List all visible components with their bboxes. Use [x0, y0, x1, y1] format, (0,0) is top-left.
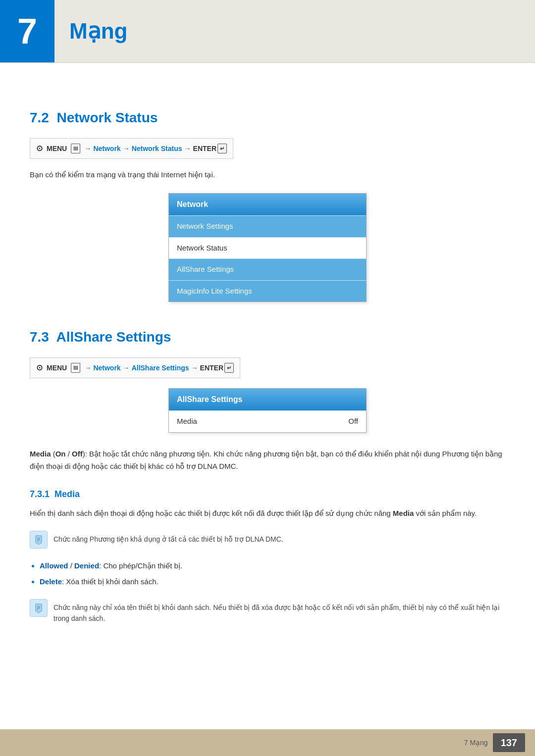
note-icon-1: [30, 531, 48, 549]
section-7-2-heading: 7.2 Network Status: [30, 107, 505, 128]
section-7-2: 7.2 Network Status ⊙ MENU III → Network …: [30, 107, 505, 302]
magicinfo-settings-item: MagicInfo Lite Settings: [169, 280, 366, 302]
section-7-3: 7.3 AllShare Settings ⊙ MENU III → Netwo…: [30, 327, 505, 628]
network-ui-box: Network Network Settings Network Status …: [168, 193, 367, 302]
bullet-delete: Delete: Xóa thiết bị khỏi danh sách.: [40, 576, 505, 588]
note-2: Chức năng này chỉ xóa tên thiết bị khỏi …: [30, 595, 505, 628]
media-value: Off: [348, 416, 358, 427]
media-bold-2: Media: [393, 509, 414, 517]
note-icon-2: [30, 599, 48, 617]
network-box-header: Network: [169, 194, 366, 215]
delete-label: Delete: [40, 577, 62, 586]
feature-bullets: Allowed / Denied: Cho phép/Chặn thiết bị…: [40, 560, 505, 588]
section-7-3-heading: 7.3 AllShare Settings: [30, 327, 505, 348]
chapter-title: Mạng: [54, 0, 142, 62]
media-item: Media Off: [169, 410, 366, 432]
allshare-settings-item: AllShare Settings: [169, 258, 366, 280]
subsection-7-3-1-heading: 7.3.1 Media: [30, 488, 505, 501]
media-label: Media: [177, 416, 197, 427]
denied-label: Denied: [74, 561, 99, 570]
section-7-3-body: Media (On / Off): Bật hoặc tắt chức năng…: [30, 448, 505, 473]
allshare-box-header: AllShare Settings: [169, 389, 366, 410]
note-2-text: Chức năng này chỉ xóa tên thiết bị khỏi …: [54, 599, 505, 624]
subsection-7-3-1: 7.3.1 Media Hiển thị danh sách điện thoạ…: [30, 488, 505, 628]
section-7-2-description: Bạn có thể kiểm tra mạng và trạng thái I…: [30, 169, 505, 181]
remote-icon: ⊙: [36, 143, 43, 154]
media-bold-label: Media: [30, 450, 51, 458]
note-1: Chức năng Phương tiện khả dụng ở tất cả …: [30, 527, 505, 553]
main-content: 7.2 Network Status ⊙ MENU III → Network …: [0, 63, 535, 756]
note-1-text: Chức năng Phương tiện khả dụng ở tất cả …: [54, 531, 283, 545]
menu-icon-box: III: [71, 144, 80, 154]
network-settings-item: Network Settings: [169, 215, 366, 237]
off-label: Off: [72, 450, 83, 458]
page-number: 137: [493, 733, 525, 752]
footer-chapter-label: 7 Mạng: [464, 738, 488, 748]
remote-icon-2: ⊙: [36, 362, 43, 374]
allshare-ui-box: AllShare Settings Media Off: [168, 388, 367, 433]
chapter-number: 7: [0, 0, 54, 62]
on-label: On: [55, 450, 66, 458]
section-7-3-menu-path: ⊙ MENU III → Network → AllShare Settings…: [30, 357, 240, 378]
menu-icon-box-2: III: [71, 363, 80, 373]
chapter-header: 7 Mạng: [0, 0, 535, 63]
network-status-item: Network Status: [169, 237, 366, 259]
section-7-2-menu-path: ⊙ MENU III → Network → Network Status → …: [30, 138, 233, 159]
enter-key-icon: ↵: [217, 144, 227, 154]
allowed-label: Allowed: [40, 561, 68, 570]
subsection-7-3-1-desc: Hiển thị danh sách điện thoại di động ho…: [30, 507, 505, 520]
page-footer: 7 Mạng 137: [0, 729, 535, 756]
enter-key-icon-2: ↵: [224, 363, 234, 373]
bullet-allowed-denied: Allowed / Denied: Cho phép/Chặn thiết bị…: [40, 560, 505, 572]
